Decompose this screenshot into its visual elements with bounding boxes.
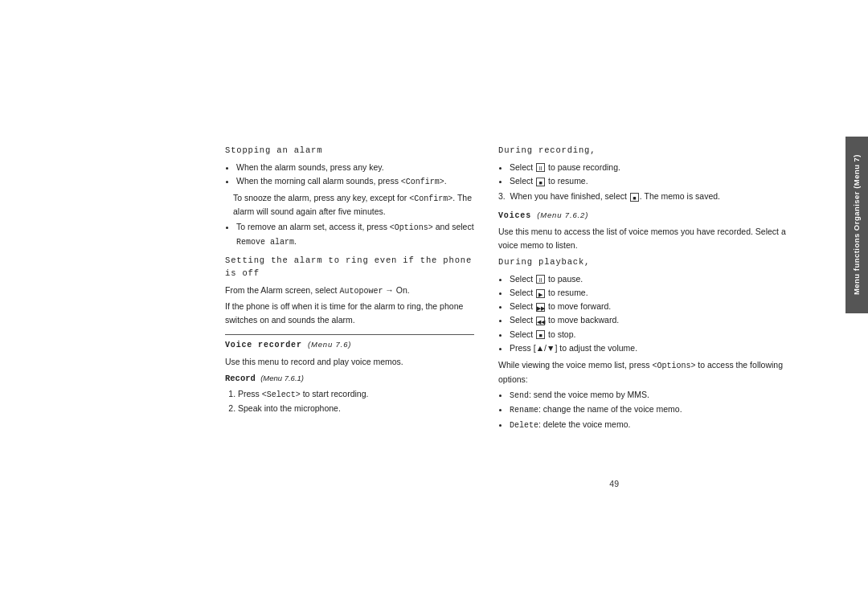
list-item: Rename: change the name of the voice mem… <box>510 403 788 417</box>
backward-pb-icon: ◀◀ <box>536 317 545 325</box>
sidebar-tab-text: Menu functions Organiser (Menu 7) <box>852 154 862 295</box>
record-steps-list: Press <Select> to start recording. Speak… <box>238 387 474 415</box>
voices-desc: Use this menu to access the list of voic… <box>498 225 788 251</box>
during-playback-section: During playback, Select II to pause. Sel… <box>498 256 788 354</box>
voice-recorder-menu-ref: (Menu 7.6) <box>308 340 351 349</box>
voices-heading: Voices (Menu 7.6.2) <box>498 210 788 223</box>
list-item: Press [▲/▼] to adjust the volume. <box>510 341 788 354</box>
list-item: Select ▶ to resume. <box>510 286 788 299</box>
list-item: Select ▶▶ to move forward. <box>510 300 788 313</box>
list-item: Select ◀◀ to move backward. <box>510 313 788 326</box>
finish-icon: ■ <box>630 193 639 202</box>
resume-pb-icon: ▶ <box>536 289 545 298</box>
voice-recorder-section: Voice recorder (Menu 7.6) Use this menu … <box>225 334 474 415</box>
setting-heading: Setting the alarm to ring even if the ph… <box>225 255 474 280</box>
list-item: To remove an alarm set, access it, press… <box>236 220 474 248</box>
forward-pb-icon: ▶▶ <box>536 303 545 312</box>
during-recording-list: Select II to pause recording. Select ■ t… <box>510 161 788 188</box>
content-area: Stopping an alarm When the alarm sounds,… <box>225 145 804 434</box>
record-menu-ref: (Menu 7.6.1) <box>260 374 304 382</box>
options-list: Send: send the voice memo by MMS. Rename… <box>510 388 788 432</box>
sidebar-tab: Menu functions Organiser (Menu 7) <box>845 137 868 313</box>
list-item: Send: send the voice memo by MMS. <box>510 388 788 403</box>
page-container: Menu functions Organiser (Menu 7) Stoppi… <box>0 0 868 613</box>
during-playback-list: Select II to pause. Select ▶ to resume. … <box>510 272 788 355</box>
stop-pb-icon: ■ <box>536 330 545 339</box>
list-item: Speak into the microphone. <box>238 402 474 415</box>
when-finished-text: 3. When you have finished, select ■. The… <box>498 190 788 202</box>
during-recording-section: During recording, Select II to pause rec… <box>498 145 788 203</box>
divider <box>225 334 474 335</box>
page-number: 49 <box>609 479 619 488</box>
stopping-alarm-list: When the alarm sounds, press any key. Wh… <box>236 161 474 189</box>
left-column: Stopping an alarm When the alarm sounds,… <box>225 145 474 434</box>
snooze-text: To snooze the alarm, press any key, exce… <box>233 191 474 219</box>
pause-pb-icon: II <box>536 275 545 284</box>
record-section: Record (Menu 7.6.1) Press <Select> to st… <box>225 373 474 415</box>
while-viewing-section: While viewing the voice memo list, press… <box>498 358 788 431</box>
setting-body: From the Alarm screen, select Autopower … <box>225 284 474 298</box>
list-item: Delete: delete the voice memo. <box>510 418 788 432</box>
setting-body2: If the phone is off when it is time for … <box>225 300 474 326</box>
list-item: Press <Select> to start recording. <box>238 387 474 402</box>
voices-menu-ref: (Menu 7.6.2) <box>537 210 588 219</box>
stopping-alarm-heading: Stopping an alarm <box>225 145 474 157</box>
stopping-alarm-section: Stopping an alarm When the alarm sounds,… <box>225 145 474 248</box>
right-column: During recording, Select II to pause rec… <box>498 145 788 434</box>
during-recording-heading: During recording, <box>498 145 788 157</box>
stop-icon: ■ <box>536 178 545 186</box>
voice-recorder-heading: Voice recorder (Menu 7.6) <box>225 339 474 352</box>
list-item: When the alarm sounds, press any key. <box>236 161 474 174</box>
during-playback-heading: During playback, <box>498 256 788 269</box>
list-item: Select ■ to stop. <box>510 328 788 341</box>
list-item: When the morning call alarm sounds, pres… <box>236 174 474 189</box>
setting-section: Setting the alarm to ring even if the ph… <box>225 255 474 326</box>
record-heading: Record (Menu 7.6.1) <box>225 373 474 386</box>
voice-recorder-desc: Use this menu to record and play voice m… <box>225 355 474 368</box>
list-item: Select ■ to resume. <box>510 174 788 187</box>
voices-section: Voices (Menu 7.6.2) Use this menu to acc… <box>498 210 788 251</box>
list-item: Select II to pause. <box>510 272 788 285</box>
remove-alarm-list: To remove an alarm set, access it, press… <box>236 220 474 248</box>
while-viewing-text: While viewing the voice memo list, press… <box>498 358 788 386</box>
pause-icon: II <box>536 163 545 172</box>
list-item: Select II to pause recording. <box>510 161 788 174</box>
